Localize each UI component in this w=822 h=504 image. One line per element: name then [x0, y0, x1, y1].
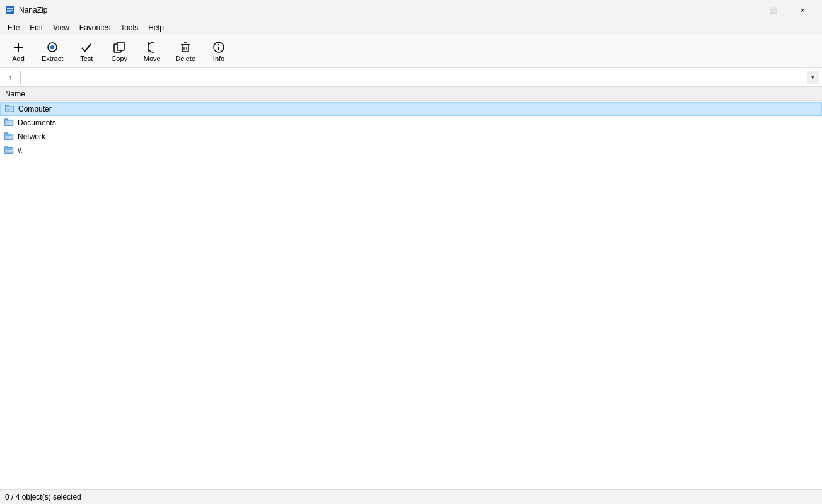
column-header: Name: [0, 87, 822, 101]
app-icon: [5, 5, 15, 15]
file-name-unc: \\.: [18, 146, 24, 155]
svg-line-11: [148, 50, 152, 52]
svg-rect-30: [4, 118, 8, 120]
app-title: NanaZip: [19, 6, 730, 14]
svg-rect-48: [6, 149, 12, 150]
file-item-computer[interactable]: Computer: [0, 102, 822, 116]
svg-rect-3: [7, 11, 11, 12]
copy-label: Copy: [111, 55, 127, 62]
svg-line-10: [148, 42, 152, 45]
test-label: Test: [80, 55, 93, 62]
menu-item-help[interactable]: Help: [143, 22, 169, 33]
menu-item-view[interactable]: View: [48, 22, 74, 33]
test-icon: [80, 41, 93, 54]
delete-label: Delete: [175, 55, 195, 62]
status-text: 0 / 4 object(s) selected: [5, 493, 81, 501]
delete-icon: [179, 41, 192, 54]
svg-rect-50: [6, 151, 9, 152]
move-icon: [146, 41, 158, 54]
toolbar-copy-button[interactable]: Copy: [103, 38, 135, 66]
file-panel: Name Computer Documents: [0, 87, 822, 489]
file-name-computer: Computer: [18, 105, 52, 113]
move-label: Move: [144, 55, 161, 62]
svg-rect-42: [6, 137, 11, 137]
folder-icon-unc: [4, 145, 15, 156]
file-item-unc[interactable]: \\.: [0, 144, 822, 158]
add-label: Add: [12, 55, 25, 62]
address-bar: ↑ ▾: [0, 68, 822, 87]
file-item-network[interactable]: Network: [0, 130, 822, 144]
copy-icon: [113, 41, 125, 54]
toolbar-move-button[interactable]: Move: [136, 38, 168, 66]
menu-item-file[interactable]: File: [3, 22, 25, 33]
svg-rect-27: [7, 108, 13, 108]
menu-item-favorites[interactable]: Favorites: [74, 22, 115, 33]
navigate-up-button[interactable]: ↑: [3, 70, 18, 85]
file-name-network: Network: [18, 132, 45, 141]
svg-rect-36: [6, 123, 9, 124]
svg-rect-15: [182, 45, 188, 52]
svg-rect-35: [6, 123, 11, 123]
svg-rect-23: [5, 105, 9, 106]
close-button[interactable]: ✕: [788, 0, 817, 20]
address-input[interactable]: [20, 71, 804, 84]
svg-point-7: [50, 45, 54, 49]
svg-rect-41: [6, 135, 12, 136]
info-label: Info: [213, 55, 224, 62]
svg-rect-1: [7, 8, 13, 9]
svg-point-22: [218, 43, 219, 45]
add-icon: [12, 41, 25, 54]
status-bar: 0 / 4 object(s) selected: [0, 489, 822, 504]
main-content: Name Computer Documents: [0, 87, 822, 489]
svg-rect-49: [6, 151, 11, 151]
svg-rect-29: [7, 110, 9, 110]
extract-label: Extract: [42, 55, 63, 62]
maximize-button[interactable]: ⬜: [759, 0, 788, 20]
svg-rect-43: [6, 137, 9, 138]
minimize-button[interactable]: —: [730, 0, 759, 20]
svg-rect-28: [7, 109, 11, 110]
folder-icon-documents: [4, 117, 15, 129]
toolbar-test-button[interactable]: Test: [71, 38, 102, 66]
window-controls: — ⬜ ✕: [730, 0, 817, 20]
file-item-documents[interactable]: Documents: [0, 116, 822, 130]
toolbar-delete-button[interactable]: Delete: [169, 38, 202, 66]
toolbar: AddExtractTestCopyMoveDeleteInfo: [0, 35, 822, 68]
svg-rect-37: [4, 132, 8, 134]
extract-icon: [46, 41, 59, 54]
toolbar-extract-button[interactable]: Extract: [35, 38, 69, 66]
address-dropdown-button[interactable]: ▾: [807, 71, 819, 84]
folder-icon-network: [4, 131, 15, 142]
column-name-header: Name: [3, 89, 28, 98]
svg-rect-34: [6, 122, 12, 122]
info-icon: [212, 41, 225, 54]
menu-bar: FileEditViewFavoritesToolsHelp: [0, 20, 822, 35]
toolbar-add-button[interactable]: Add: [3, 38, 34, 66]
menu-item-tools[interactable]: Tools: [115, 22, 143, 33]
svg-rect-9: [117, 42, 124, 50]
svg-rect-2: [7, 10, 13, 11]
svg-rect-44: [4, 146, 8, 147]
title-bar: NanaZip — ⬜ ✕: [0, 0, 822, 20]
toolbar-info-button[interactable]: Info: [203, 38, 234, 66]
file-list: Computer Documents Network \\.: [0, 101, 822, 489]
file-name-documents: Documents: [18, 118, 56, 127]
menu-item-edit[interactable]: Edit: [25, 22, 48, 33]
folder-icon-computer: [4, 103, 16, 115]
